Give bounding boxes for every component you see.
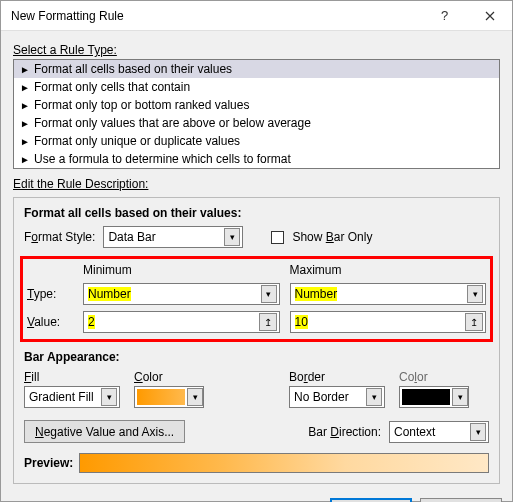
border-value: No Border (294, 390, 349, 404)
desc-heading: Format all cells based on their values: (24, 206, 489, 220)
format-style-combo[interactable]: Data Bar ▾ (103, 226, 243, 248)
chevron-down-icon: ▾ (261, 285, 277, 303)
select-rule-type-label: Select a Rule Type: (13, 43, 500, 57)
dialog-footer: OK Cancel (1, 490, 512, 502)
preview-row: Preview: (24, 453, 489, 473)
value-min-input[interactable]: 2 ↥ (83, 311, 280, 333)
show-bar-only-label: Show Bar Only (292, 230, 372, 244)
show-bar-only-checkbox[interactable] (271, 231, 284, 244)
type-min-combo[interactable]: Number ▾ (83, 283, 280, 305)
arrow-icon: ► (20, 82, 30, 93)
chevron-down-icon: ▾ (467, 285, 483, 303)
fill-color-picker[interactable]: ▾ (134, 386, 204, 408)
chevron-down-icon: ▾ (224, 228, 240, 246)
titlebar: New Formatting Rule ? (1, 1, 512, 31)
border-color-label: Color (399, 370, 489, 384)
rule-type-list[interactable]: ►Format all cells based on their values … (13, 59, 500, 169)
value-label: Value: (27, 315, 73, 329)
value-max-input[interactable]: 10 ↥ (290, 311, 487, 333)
color-label: Color (134, 370, 224, 384)
border-color-picker[interactable]: ▾ (399, 386, 469, 408)
bar-appearance-heading: Bar Appearance: (24, 350, 489, 364)
bar-appearance-grid: Fill Color Border Color Gradient Fill ▾ … (24, 370, 489, 408)
rule-type-item[interactable]: ►Use a formula to determine which cells … (14, 150, 499, 168)
chevron-down-icon: ▾ (101, 388, 117, 406)
close-button[interactable] (467, 1, 512, 31)
border-label: Border (289, 370, 389, 384)
bar-direction-label: Bar Direction: (308, 425, 381, 439)
bar-direction-combo[interactable]: Context ▾ (389, 421, 489, 443)
color-swatch-black (402, 389, 450, 405)
help-button[interactable]: ? (422, 1, 467, 31)
rule-description-group: Format all cells based on their values: … (13, 197, 500, 484)
chevron-down-icon: ▾ (366, 388, 382, 406)
negative-value-axis-button[interactable]: Negative Value and Axis... (24, 420, 185, 443)
maximum-header: Maximum (290, 263, 487, 277)
type-min-value: Number (88, 287, 131, 301)
fill-label: Fill (24, 370, 124, 384)
format-style-value: Data Bar (108, 230, 155, 244)
fill-combo[interactable]: Gradient Fill ▾ (24, 386, 120, 408)
range-picker-icon[interactable]: ↥ (465, 313, 483, 331)
format-style-label: Format Style: (24, 230, 95, 244)
window-title: New Formatting Rule (11, 9, 422, 23)
preview-label: Preview: (24, 456, 73, 470)
ok-button[interactable]: OK (330, 498, 412, 502)
rule-type-item[interactable]: ►Format only values that are above or be… (14, 114, 499, 132)
color-swatch-orange (137, 389, 185, 405)
chevron-down-icon: ▾ (470, 423, 486, 441)
rule-type-text: Format only unique or duplicate values (34, 134, 240, 148)
arrow-icon: ► (20, 100, 30, 111)
type-max-value: Number (295, 287, 338, 301)
highlighted-region: Minimum Maximum Type: Number ▾ Number ▾ … (20, 256, 493, 342)
rule-type-item[interactable]: ►Format only unique or duplicate values (14, 132, 499, 150)
minimum-header: Minimum (83, 263, 280, 277)
dialog-content: Select a Rule Type: ►Format all cells ba… (1, 31, 512, 490)
chevron-down-icon: ▾ (187, 388, 203, 406)
arrow-icon: ► (20, 64, 30, 75)
border-combo[interactable]: No Border ▾ (289, 386, 385, 408)
rule-type-text: Use a formula to determine which cells t… (34, 152, 291, 166)
rule-type-item[interactable]: ►Format all cells based on their values (14, 60, 499, 78)
neg-direction-row: Negative Value and Axis... Bar Direction… (24, 420, 489, 443)
preview-bar (79, 453, 489, 473)
arrow-icon: ► (20, 136, 30, 147)
fill-value: Gradient Fill (29, 390, 94, 404)
value-max-text: 10 (295, 315, 308, 329)
format-style-row: Format Style: Data Bar ▾ Show Bar Only (24, 226, 489, 248)
rule-type-item[interactable]: ►Format only top or bottom ranked values (14, 96, 499, 114)
rule-type-item[interactable]: ►Format only cells that contain (14, 78, 499, 96)
dialog-window: New Formatting Rule ? Select a Rule Type… (0, 0, 513, 502)
close-icon (485, 11, 495, 21)
rule-type-text: Format all cells based on their values (34, 62, 232, 76)
edit-description-label: Edit the Rule Description: (13, 177, 500, 191)
chevron-down-icon: ▾ (452, 388, 468, 406)
rule-type-text: Format only values that are above or bel… (34, 116, 311, 130)
rule-type-text: Format only cells that contain (34, 80, 190, 94)
bar-direction-value: Context (394, 425, 435, 439)
arrow-icon: ► (20, 154, 30, 165)
arrow-icon: ► (20, 118, 30, 129)
range-picker-icon[interactable]: ↥ (259, 313, 277, 331)
rule-type-text: Format only top or bottom ranked values (34, 98, 249, 112)
value-min-text: 2 (88, 315, 95, 329)
cancel-button[interactable]: Cancel (420, 498, 502, 502)
type-label: Type: (27, 287, 73, 301)
type-max-combo[interactable]: Number ▾ (290, 283, 487, 305)
